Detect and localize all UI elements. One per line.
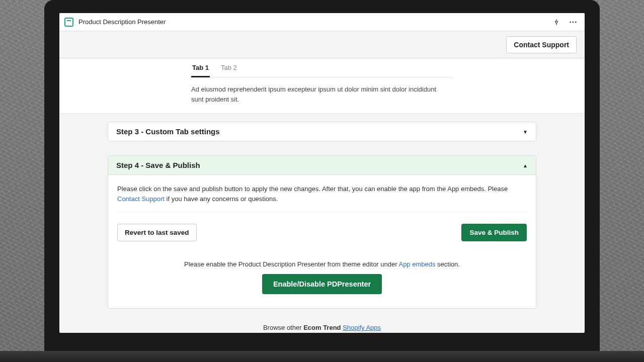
pin-icon[interactable] bbox=[551, 17, 562, 28]
save-publish-button[interactable]: Save & Publish bbox=[461, 224, 527, 241]
screen: Product Description Presenter ⋯ Contact … bbox=[59, 13, 585, 333]
step3-title: Step 3 - Custom Tab settings bbox=[116, 127, 220, 136]
step4-header[interactable]: Step 4 - Save & Publish bbox=[108, 156, 536, 175]
laptop-base bbox=[0, 351, 644, 362]
laptop-frame: Product Description Presenter ⋯ Contact … bbox=[44, 0, 600, 362]
tab-1[interactable]: Tab 1 bbox=[191, 59, 210, 77]
app-icon bbox=[64, 18, 73, 27]
step3-header[interactable]: Step 3 - Custom Tab settings bbox=[108, 122, 536, 141]
caret-down-icon bbox=[523, 128, 528, 135]
step3-panel: Step 3 - Custom Tab settings bbox=[108, 122, 536, 141]
tab-list: Tab 1 Tab 2 bbox=[191, 59, 453, 77]
step4-title: Step 4 - Save & Publish bbox=[116, 161, 200, 169]
tab-body-text: Ad eiusmod reprehenderit ipsum excepteur… bbox=[191, 84, 438, 104]
tab-preview-area: Tab 1 Tab 2 Ad eiusmod reprehenderit ips… bbox=[59, 58, 585, 114]
step4-description: Please click on the save and publish but… bbox=[117, 184, 527, 213]
action-row: Revert to last saved Save & Publish bbox=[117, 224, 527, 241]
enable-disable-button[interactable]: Enable/Disable PDPresenter bbox=[262, 274, 382, 294]
tab-2[interactable]: Tab 2 bbox=[220, 59, 238, 77]
more-icon[interactable]: ⋯ bbox=[567, 15, 580, 29]
app-title: Product Description Presenter bbox=[78, 18, 166, 26]
toolbar: Contact Support bbox=[59, 31, 585, 58]
app-embeds-link[interactable]: App embeds bbox=[398, 260, 435, 268]
titlebar: Product Description Presenter ⋯ bbox=[59, 13, 585, 31]
shopify-apps-link[interactable]: Shopify Apps bbox=[343, 324, 381, 331]
enable-row: Please enable the Product Description Pr… bbox=[117, 260, 527, 294]
main-content: Tab 1 Tab 2 Ad eiusmod reprehenderit ips… bbox=[59, 58, 585, 333]
caret-up-icon bbox=[523, 162, 528, 169]
contact-support-button[interactable]: Contact Support bbox=[506, 36, 577, 53]
contact-support-link[interactable]: Contact Support bbox=[117, 195, 165, 203]
footer: Browse other Ecom Trend Shopify Apps bbox=[108, 324, 536, 331]
revert-button[interactable]: Revert to last saved bbox=[117, 224, 197, 241]
footer-brand: Ecom Trend bbox=[303, 324, 341, 331]
step4-panel: Step 4 - Save & Publish Please click on … bbox=[108, 155, 536, 309]
step4-body: Please click on the save and publish but… bbox=[108, 175, 536, 308]
